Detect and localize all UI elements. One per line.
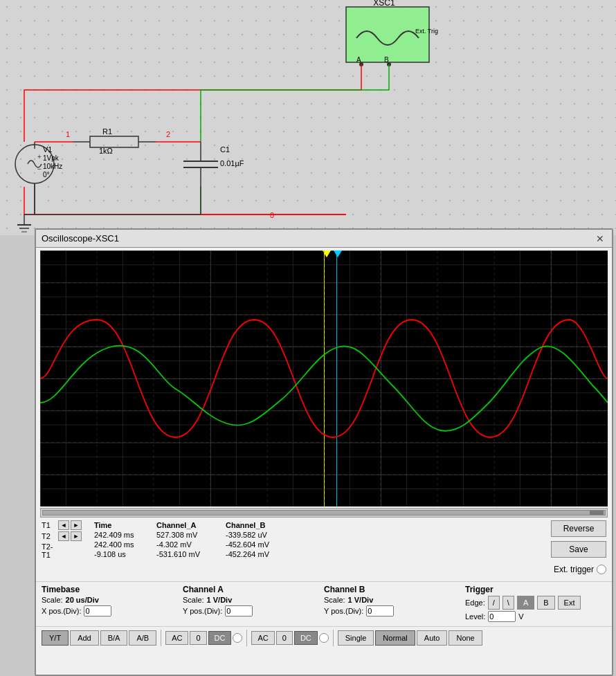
c1-value: 0.01µF bbox=[220, 159, 244, 167]
t1-row: T1 ◄ ► bbox=[42, 520, 82, 530]
t2-label: T2 bbox=[42, 532, 57, 540]
chb-zero-btn[interactable]: 0 bbox=[276, 631, 293, 645]
trigger-b-btn[interactable]: B bbox=[537, 596, 554, 610]
meas-header: Time Channel_A Channel_B bbox=[93, 520, 545, 530]
v1-spec2: 10kHz bbox=[43, 163, 62, 170]
channel-b-scale-row: Scale: 1 V/Div bbox=[324, 596, 462, 604]
trigger-level-input[interactable] bbox=[488, 611, 516, 622]
t1-chb: -339.582 uV bbox=[224, 530, 293, 540]
ext-trigger-label: Ext. trigger bbox=[554, 565, 594, 574]
t2-left-btn[interactable]: ◄ bbox=[58, 531, 69, 541]
channel-a-scale-value: 1 V/Div bbox=[207, 596, 233, 604]
auto-mode-btn[interactable]: Auto bbox=[417, 630, 448, 646]
channel-b-scale-value: 1 V/Div bbox=[348, 596, 374, 604]
osc-title: Oscilloscope-XSC1 bbox=[42, 233, 119, 244]
node2-label: 2 bbox=[166, 130, 170, 138]
t1-left-btn[interactable]: ◄ bbox=[58, 520, 69, 530]
timebase-group: Timebase Scale: 20 us/Div X pos.(Div): bbox=[42, 585, 180, 623]
measurements-row: T1 ◄ ► T2 ◄ ► T2-T1 Time Channel_A Chann… bbox=[36, 518, 612, 577]
channel-a-ypos-input[interactable] bbox=[225, 605, 253, 616]
cursor-t2[interactable] bbox=[334, 250, 342, 257]
cha-zero-btn[interactable]: 0 bbox=[190, 631, 206, 645]
t1-values: 242.409 ms 527.308 mV -339.582 uV bbox=[93, 530, 545, 540]
chb-dc-btn[interactable]: DC bbox=[294, 631, 318, 645]
channel-a-title: Channel A bbox=[183, 585, 321, 594]
scrollbar-track[interactable] bbox=[42, 510, 606, 515]
chb-radio[interactable] bbox=[319, 633, 329, 643]
osc-close-button[interactable]: ✕ bbox=[594, 232, 606, 245]
xsc1-label: XSC1 bbox=[373, 0, 395, 8]
t2-values: 242.400 ms -4.302 mV -452.604 mV bbox=[93, 540, 545, 549]
trigger-ext-btn[interactable]: Ext bbox=[558, 596, 581, 610]
add-mode-btn[interactable]: Add bbox=[70, 630, 99, 646]
t2t1-label: T2-T1 bbox=[42, 542, 57, 559]
ext-trig-label: Ext. Trig bbox=[415, 28, 438, 35]
node1-label: 1 bbox=[66, 130, 70, 138]
channel-b-group: Channel B Scale: 1 V/Div Y pos.(Div): bbox=[324, 585, 462, 623]
svg-rect-13 bbox=[90, 136, 138, 147]
cha-radio[interactable] bbox=[233, 633, 242, 643]
v1-spec3: 0° bbox=[43, 171, 50, 179]
ab-mode-btn[interactable]: A/B bbox=[129, 630, 156, 646]
timebase-scale-row: Scale: 20 us/Div bbox=[42, 596, 180, 604]
cursor-line-t1 bbox=[324, 250, 325, 506]
t2t1-values: -9.108 us -531.610 mV -452.264 mV bbox=[93, 549, 545, 559]
t1-label: T1 bbox=[42, 521, 57, 529]
trigger-title: Trigger bbox=[465, 585, 616, 594]
trigger-edge-label: Edge: bbox=[465, 599, 485, 607]
trigger-level-label: Level: bbox=[465, 612, 485, 621]
timebase-xpos-label: X pos.(Div): bbox=[42, 607, 81, 615]
ba-mode-btn[interactable]: B/A bbox=[100, 630, 128, 646]
separator-1 bbox=[161, 630, 161, 646]
separator-2 bbox=[246, 630, 247, 646]
trigger-edge-row: Edge: / \ A B Ext bbox=[465, 596, 616, 610]
r1-value: 1kΩ bbox=[99, 147, 113, 155]
t2-right-btn[interactable]: ► bbox=[71, 531, 82, 541]
chb-ac-btn[interactable]: AC bbox=[251, 631, 274, 645]
timebase-scale-label: Scale: bbox=[42, 596, 63, 604]
trigger-a-btn[interactable]: A bbox=[517, 596, 534, 610]
separator-3 bbox=[333, 630, 334, 646]
osc-screen bbox=[40, 250, 608, 506]
oscilloscope-window: Oscilloscope-XSC1 ✕ bbox=[35, 228, 613, 676]
reverse-button[interactable]: Reverse bbox=[551, 520, 606, 537]
t2-time: 242.400 ms bbox=[93, 540, 155, 549]
circuit-area: XSC1 Ext. Trig A B 1 2 0 + − V1 bbox=[0, 0, 616, 235]
node0-label: 0 bbox=[270, 211, 274, 219]
t2-cha: -4.302 mV bbox=[155, 540, 224, 549]
save-button[interactable]: Save bbox=[551, 541, 606, 558]
t2t1-chb: -452.264 mV bbox=[224, 549, 293, 559]
scrollbar-thumb[interactable] bbox=[590, 511, 604, 515]
osc-scrollbar[interactable] bbox=[40, 508, 608, 518]
cha-dc-btn[interactable]: DC bbox=[208, 631, 232, 645]
trigger-level-unit: V bbox=[518, 612, 523, 621]
ext-trigger-toggle[interactable] bbox=[597, 565, 606, 574]
channel-b-ypos-label: Y pos.(Div): bbox=[324, 607, 363, 615]
yt-mode-btn[interactable]: Y/T bbox=[42, 630, 69, 646]
channel-a-scale-label: Scale: bbox=[183, 596, 204, 604]
edge-falling-btn[interactable]: \ bbox=[502, 596, 514, 610]
channel-b-ypos-input[interactable] bbox=[366, 605, 394, 616]
timebase-title: Timebase bbox=[42, 585, 180, 594]
v1-label: V1 bbox=[43, 145, 52, 154]
channel-a-group: Channel A Scale: 1 V/Div Y pos.(Div): bbox=[183, 585, 321, 623]
timebase-scale-value: 20 us/Div bbox=[66, 596, 99, 604]
t1-right-btn[interactable]: ► bbox=[71, 520, 82, 530]
c1-label: C1 bbox=[220, 145, 230, 154]
channel-b-scale-label: Scale: bbox=[324, 596, 345, 604]
t2t1-time: -9.108 us bbox=[93, 549, 155, 559]
single-mode-btn[interactable]: Single bbox=[338, 630, 374, 646]
cursor-t1[interactable] bbox=[323, 250, 331, 257]
svg-text:+: + bbox=[37, 153, 42, 161]
cha-ac-btn[interactable]: AC bbox=[165, 631, 188, 645]
edge-rising-btn[interactable]: / bbox=[488, 596, 500, 610]
none-mode-btn[interactable]: None bbox=[449, 630, 482, 646]
chb-header: Channel_B bbox=[224, 520, 293, 530]
normal-mode-btn[interactable]: Normal bbox=[375, 630, 415, 646]
circuit-schematic: XSC1 Ext. Trig A B 1 2 0 + − V1 bbox=[0, 0, 616, 235]
channel-a-ypos-label: Y pos.(Div): bbox=[183, 607, 222, 615]
t1-time: 242.409 ms bbox=[93, 530, 155, 540]
t2-row: T2 ◄ ► bbox=[42, 531, 82, 541]
timebase-xpos-input[interactable] bbox=[84, 605, 111, 616]
v1-spec1: 1Vpk bbox=[43, 154, 60, 162]
